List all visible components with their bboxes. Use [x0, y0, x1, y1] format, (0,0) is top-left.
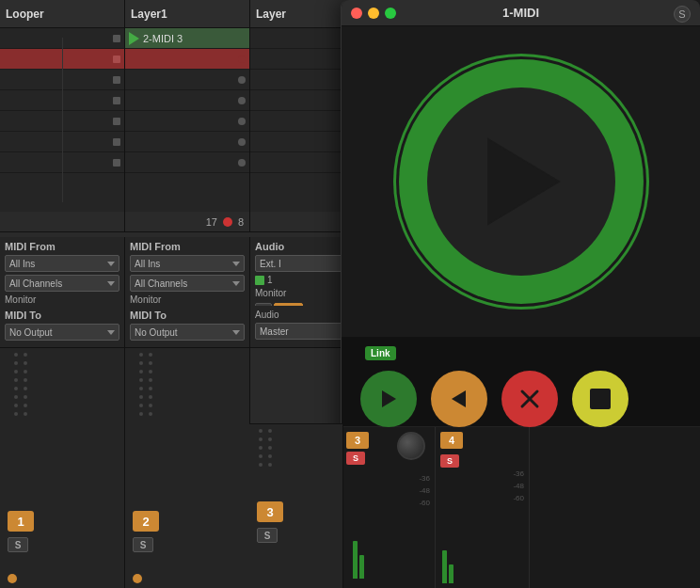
v-dot: [149, 361, 152, 365]
monitor-label-left: Monitor: [5, 294, 119, 305]
s-label-2: S: [140, 540, 147, 550]
layer1-title: Layer1: [131, 8, 167, 21]
track-num-17: 17: [206, 216, 217, 228]
v-dot: [24, 353, 27, 357]
panel-ch-4: 4 S -36 -48 -60: [436, 427, 530, 588]
transport-back-btn[interactable]: [431, 371, 487, 427]
daw-container: Looper Layer1 Layer: [0, 0, 700, 588]
midi-to-col-right: MIDI To No Output: [125, 306, 250, 347]
db-val: -48: [513, 482, 524, 490]
v-dot: [259, 446, 262, 450]
transport-square-btn[interactable]: [572, 371, 628, 427]
v-dot: [139, 395, 143, 399]
knob[interactable]: [397, 432, 425, 460]
vert-dots-row-2: [139, 353, 152, 416]
transport-play-icon: [377, 388, 400, 410]
clip-slot[interactable]: [125, 152, 249, 173]
clip-slot[interactable]: [125, 132, 249, 152]
ch-num-3: 3: [346, 432, 369, 449]
clip-dot: [238, 76, 246, 84]
midi-to-label-right: MIDI To: [130, 310, 245, 321]
s-label-3b: S: [264, 531, 271, 541]
clip-square: [113, 35, 120, 42]
big-play-area[interactable]: [342, 26, 700, 337]
v-dot: [24, 412, 27, 416]
play-icon: [465, 125, 578, 238]
transport-back-icon: [448, 388, 470, 410]
no-output-select-left[interactable]: No Output: [5, 324, 119, 341]
monitor-label-right: Monitor: [130, 294, 245, 305]
v-dot: [149, 395, 152, 399]
track-1-bottom: 1 S: [0, 348, 125, 588]
clip-slot[interactable]: [125, 90, 249, 111]
solo-btn-2[interactable]: S: [133, 537, 153, 552]
solo-btn-4[interactable]: S: [440, 454, 459, 468]
play-triangle-icon: [129, 32, 139, 45]
clip-square: [113, 118, 120, 125]
all-ins-select-right[interactable]: All Ins: [130, 255, 245, 272]
clip-square: [113, 56, 120, 63]
channel-num: 1: [267, 275, 273, 285]
big-play-inner[interactable]: [427, 87, 615, 276]
s-label-4: S: [447, 456, 453, 466]
all-channels-label-right: All Channels: [135, 278, 187, 289]
v-dot: [139, 404, 143, 407]
no-output-label-left: No Output: [9, 327, 53, 338]
svg-marker-1: [382, 390, 396, 407]
db-val: -48: [419, 486, 430, 495]
track-num-3-b: 3: [266, 505, 273, 519]
layer1-track-col: 2-MIDI 3: [125, 28, 250, 212]
clip-slot[interactable]: [125, 111, 249, 132]
close-btn[interactable]: [351, 8, 362, 19]
track-num-badge-2: 2: [133, 511, 159, 532]
v-dot: [14, 353, 18, 357]
v-dot: [259, 454, 262, 458]
all-channels-select-right[interactable]: All Channels: [130, 275, 245, 292]
v-dot: [24, 378, 27, 382]
v-dot: [14, 370, 18, 373]
v-dot: [139, 361, 143, 365]
solo-btn-1[interactable]: S: [8, 537, 28, 552]
knob-container: [397, 432, 425, 460]
track-num-badge-3: 3: [257, 501, 283, 522]
no-output-label-right: No Output: [135, 327, 178, 338]
clip-slot[interactable]: [125, 70, 249, 90]
looper-track-col: [0, 28, 125, 212]
no-output-select-right[interactable]: No Output: [130, 324, 245, 341]
all-channels-select-left[interactable]: All Channels: [5, 275, 119, 292]
big-play-outer[interactable]: [399, 59, 644, 304]
channel-indicator: [255, 276, 264, 285]
v-dot: [139, 378, 143, 382]
all-ins-select-left[interactable]: All Ins: [5, 255, 119, 272]
panel-ch-3: 3 S -36 -48 -60: [342, 427, 436, 588]
v-dot: [268, 454, 272, 458]
track-header-looper: Looper: [0, 0, 125, 27]
rec-dot: [223, 217, 232, 227]
transport-play-btn[interactable]: [360, 371, 417, 427]
v-dot: [139, 412, 143, 416]
maximize-btn[interactable]: [385, 8, 396, 19]
track-num-8: 8: [238, 216, 244, 228]
layer1-num-cell: 17 8: [125, 212, 250, 231]
db-labels-3: -36 -48 -60: [419, 474, 430, 507]
track3-dots: [259, 429, 272, 467]
square-icon: [590, 389, 611, 409]
s-corner-btn[interactable]: S: [674, 6, 691, 23]
track-header-layer1: Layer1: [125, 0, 250, 27]
clip-slot-active[interactable]: 2-MIDI 3: [125, 28, 249, 49]
v-dot: [14, 387, 18, 390]
v-dot: [259, 429, 262, 433]
v-dot: [268, 446, 272, 450]
db-val: -36: [513, 469, 524, 478]
vert-dots-row: [14, 353, 27, 416]
minimize-btn[interactable]: [368, 8, 379, 19]
db-val: -36: [419, 474, 430, 483]
dropdown-arrow-icon: [232, 262, 240, 266]
v-dot: [24, 370, 27, 373]
solo-btn-3[interactable]: S: [346, 452, 365, 465]
dropdown-arrow-icon: [107, 330, 115, 335]
track-3-bottom-col: 3 S: [249, 423, 343, 588]
transport-stop-btn[interactable]: [501, 371, 558, 427]
clip-slot[interactable]: [125, 49, 249, 70]
solo-btn-3b[interactable]: S: [257, 528, 278, 543]
